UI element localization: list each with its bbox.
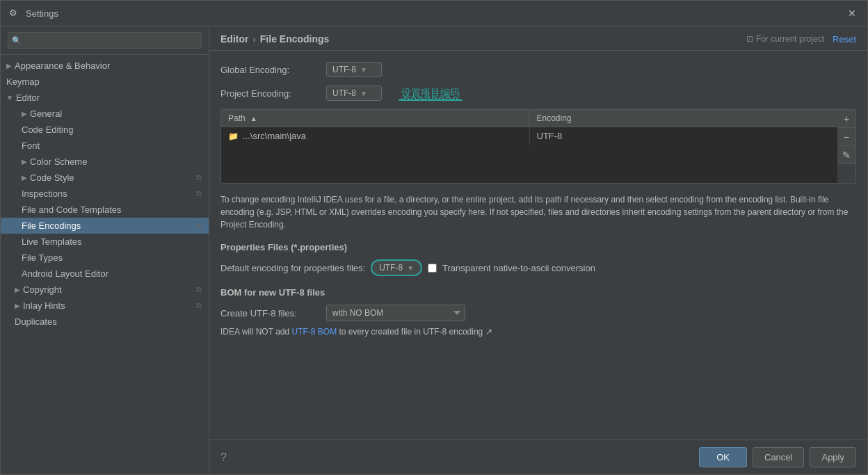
sidebar-item-inspections[interactable]: Inspections ⧉ [1, 186, 209, 202]
breadcrumb: Editor › File Encodings [220, 33, 329, 45]
sidebar-item-label: Font [22, 140, 40, 151]
table-actions: + − ✎ [837, 109, 856, 184]
chinese-annotation: 设置项目编码 [401, 87, 460, 99]
sidebar-item-inlay-hints[interactable]: ▶ Inlay Hints ⧉ [1, 298, 209, 314]
remove-row-button[interactable]: − [837, 128, 855, 146]
sidebar-item-android-layout[interactable]: Android Layout Editor [1, 266, 209, 282]
copy-icon: ⧉ [196, 301, 202, 310]
default-encoding-row: Default encoding for properties files: U… [220, 259, 856, 276]
sidebar-item-file-types[interactable]: File Types [1, 250, 209, 266]
chevron-right-icon: ▶ [22, 110, 27, 118]
td-path: 📁 ...\src\main\java [221, 127, 530, 145]
transparent-conversion-label: Transparent native-to-ascii conversion [442, 263, 595, 273]
nav-tree: ▶ Appearance & Behavior Keymap ▼ Editor … [1, 55, 209, 474]
folder-icon: 📁 [228, 131, 239, 141]
search-icon: 🔍 [12, 36, 22, 45]
dialog-title: Settings [26, 8, 58, 19]
right-panel: Editor › File Encodings ⊡ For current pr… [209, 26, 867, 474]
sort-icon: ▲ [250, 115, 257, 122]
sidebar-item-copyright[interactable]: ▶ Copyright ⧉ [1, 282, 209, 298]
sidebar-item-keymap[interactable]: Keymap [1, 74, 209, 90]
reset-button[interactable]: Reset [833, 34, 856, 45]
sidebar-item-code-style[interactable]: ▶ Code Style ⧉ [1, 170, 209, 186]
apply-button[interactable]: Apply [810, 447, 856, 467]
transparent-conversion-checkbox[interactable] [428, 264, 437, 273]
properties-encoding-dropdown[interactable]: UTF-8 ▼ [371, 259, 422, 276]
create-utf8-row: Create UTF-8 files: with NO BOM with BOM… [220, 305, 856, 321]
bom-note: IDEA will NOT add UTF-8 BOM to every cre… [220, 327, 856, 337]
create-utf8-label: Create UTF-8 files: [220, 308, 318, 319]
sidebar-item-appearance[interactable]: ▶ Appearance & Behavior [1, 58, 209, 74]
sidebar-item-label: Copyright [23, 284, 62, 295]
sidebar-item-label: File and Code Templates [22, 204, 122, 215]
col-path-header: Path ▲ [221, 110, 530, 127]
sidebar-item-file-encodings[interactable]: File Encodings ⧉ [1, 218, 209, 234]
edit-row-button[interactable]: ✎ [837, 146, 855, 164]
project-encoding-row: Project Encoding: UTF-8 ▼ 设置项目编码 [220, 86, 856, 101]
bottom-bar: ? OK Cancel Apply [209, 440, 867, 474]
sidebar-item-code-editing[interactable]: Code Editing [1, 122, 209, 138]
cancel-button[interactable]: Cancel [753, 447, 804, 467]
bom-section: BOM for new UTF-8 files Create UTF-8 fil… [220, 287, 856, 337]
app-icon: ⚙ [9, 8, 20, 19]
sidebar-item-label: General [30, 108, 62, 119]
help-button[interactable]: ? [220, 451, 227, 464]
sidebar-item-label: Duplicates [15, 316, 57, 327]
sidebar: 🔍 ▶ Appearance & Behavior Keymap ▼ Edito… [1, 26, 209, 474]
sidebar-item-label: Code Editing [22, 124, 73, 135]
description-text: To change encoding IntelliJ IDEA uses fo… [220, 193, 856, 231]
sidebar-item-live-templates[interactable]: Live Templates [1, 234, 209, 250]
global-encoding-value: UTF-8 [332, 65, 356, 74]
sidebar-item-label: Inspections [22, 188, 67, 199]
settings-dialog: ⚙ Settings ✕ 🔍 ▶ Appearance & Behavior [0, 0, 868, 475]
sidebar-item-label: Android Layout Editor [22, 268, 108, 279]
sidebar-item-font[interactable]: Font [1, 138, 209, 154]
default-encoding-label: Default encoding for properties files: [220, 263, 365, 273]
utf8-bom-link[interactable]: UTF-8 BOM [291, 327, 337, 337]
sidebar-item-label: Color Scheme [30, 156, 87, 167]
sidebar-item-duplicates[interactable]: Duplicates [1, 314, 209, 330]
bom-title: BOM for new UTF-8 files [220, 287, 856, 298]
path-value: ...\src\main\java [243, 131, 306, 141]
chevron-right-icon: ▶ [22, 174, 27, 182]
sidebar-item-general[interactable]: ▶ General [1, 106, 209, 122]
copy-icon: ⧉ [196, 221, 202, 230]
table-header: Path ▲ Encoding [221, 110, 837, 127]
breadcrumb-separator: › [252, 34, 255, 45]
title-bar: ⚙ Settings ✕ [1, 1, 867, 26]
table-row[interactable]: 📁 ...\src\main\java UTF-8 [221, 127, 837, 145]
main-content: 🔍 ▶ Appearance & Behavior Keymap ▼ Edito… [1, 26, 867, 474]
close-button[interactable]: ✕ [845, 6, 859, 20]
ok-button[interactable]: OK [699, 447, 747, 467]
global-encoding-dropdown[interactable]: UTF-8 ▼ [326, 62, 382, 77]
sidebar-item-color-scheme[interactable]: ▶ Color Scheme [1, 154, 209, 170]
transparent-conversion-row: Transparent native-to-ascii conversion [428, 263, 595, 273]
project-encoding-label: Project Encoding: [220, 88, 318, 99]
project-encoding-value: UTF-8 [332, 88, 356, 98]
td-encoding: UTF-8 [530, 127, 838, 145]
table-body: 📁 ...\src\main\java UTF-8 [221, 127, 837, 183]
chevron-right-icon: ▶ [15, 302, 20, 309]
panel-header: Editor › File Encodings ⊡ For current pr… [209, 26, 867, 51]
search-input[interactable] [8, 32, 202, 49]
chevron-down-icon: ▼ [407, 264, 414, 272]
chevron-right-icon: ▶ [6, 62, 12, 70]
encoding-table-container: Path ▲ Encoding 📁 ...\src\main\java [220, 109, 856, 184]
encoding-table: Path ▲ Encoding 📁 ...\src\main\java [220, 109, 837, 184]
project-encoding-dropdown[interactable]: UTF-8 ▼ [326, 86, 382, 101]
sidebar-item-label: Appearance & Behavior [15, 61, 110, 71]
sidebar-item-label: Keymap [6, 77, 40, 87]
add-row-button[interactable]: + [837, 110, 855, 128]
sidebar-item-file-code-templates[interactable]: File and Code Templates [1, 202, 209, 218]
properties-section: Properties Files (*.properties) Default … [220, 242, 856, 276]
for-current-project-link[interactable]: ⊡ For current project [746, 34, 824, 44]
sidebar-item-label: Live Templates [22, 236, 81, 247]
sidebar-item-editor[interactable]: ▼ Editor [1, 90, 209, 106]
chevron-down-icon: ▼ [360, 90, 367, 97]
create-utf8-select[interactable]: with NO BOM with BOM with BOM (if needed… [326, 305, 465, 321]
sidebar-item-label: Inlay Hints [23, 300, 65, 311]
sidebar-item-label: File Encodings [22, 220, 81, 231]
chevron-down-icon: ▼ [6, 94, 13, 102]
sidebar-item-label: Editor [16, 92, 40, 103]
dialog-buttons: OK Cancel Apply [699, 447, 856, 467]
